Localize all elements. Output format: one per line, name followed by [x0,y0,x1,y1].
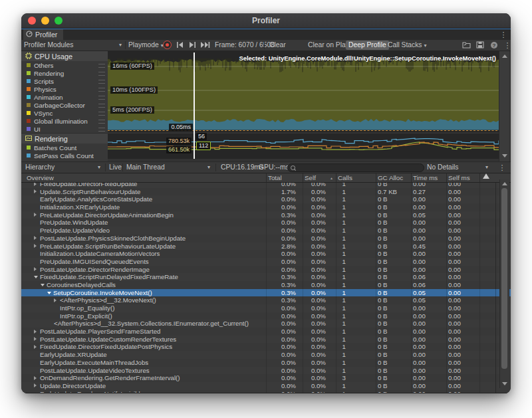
row-value: 0 B [378,351,418,359]
drag-handle-icon[interactable] [98,120,105,124]
scroll-down-icon[interactable] [502,154,507,157]
expand-arrow-icon[interactable] [34,345,37,349]
row-value: 0 B [378,211,418,219]
live-toggle[interactable]: Live [109,162,122,173]
expand-arrow-icon[interactable] [34,244,37,248]
row-value: 0.00 [448,328,480,336]
scrollbar-thumb[interactable] [501,188,507,369]
expand-arrow-icon[interactable] [54,298,57,302]
row-value: 0.3% [263,296,296,304]
row-value: 1 [319,227,346,235]
expand-arrow-icon[interactable] [34,383,37,387]
collapse-arrow-icon[interactable] [41,284,45,286]
expand-arrow-icon[interactable] [34,267,37,271]
clear-button[interactable]: Clear [267,40,288,51]
toolbar-menu-kebab-icon[interactable]: ⋮ [503,40,511,51]
row-label: <AfterPhysics>d__32.MoveNext() [60,296,156,304]
row-value: 0 B [378,367,418,375]
legend-item[interactable]: SetPass Calls Count [21,152,108,159]
table-scrollbar[interactable] [499,179,509,388]
previous-frame-button[interactable] [176,40,184,51]
row-value: 0 B [378,281,418,289]
expand-arrow-icon[interactable] [34,213,37,217]
legend-item[interactable]: Rendering [21,69,108,77]
zoom-button[interactable] [55,17,63,25]
expand-arrow-icon[interactable] [34,330,37,334]
warnings-column-icon[interactable] [483,173,489,179]
close-button[interactable] [28,17,36,25]
row-value: 0.00 [413,382,446,390]
hierarchy-menu-kebab-icon[interactable]: ⋮ [497,162,507,173]
drag-handle-icon[interactable] [98,64,105,68]
collapse-arrow-icon[interactable] [47,292,51,294]
chart-scrollbar[interactable] [499,51,509,161]
collapse-arrow-icon[interactable] [34,276,38,278]
record-button[interactable] [163,41,172,49]
drag-handle-icon[interactable] [98,104,105,108]
column-header-overview[interactable]: Overview [27,173,54,182]
row-value: 0 B [378,195,418,203]
save-profile-icon[interactable] [476,40,484,51]
call-stacks-dropdown[interactable]: Call Stacks ▾ [386,40,428,51]
legend-item[interactable]: Others [21,61,108,69]
details-dropdown[interactable]: No Details [427,162,459,173]
legend-item[interactable]: UI [21,125,108,133]
legend-item[interactable]: Scripts [21,77,108,85]
view-mode-dropdown[interactable]: Hierarchy [25,162,55,173]
legend-item[interactable]: Global Illumination [21,117,108,125]
expand-arrow-icon[interactable] [34,337,37,341]
row-value: 0.00 [448,289,480,297]
legend-swatch-icon [27,95,31,99]
rendering-module-header[interactable]: Rendering [21,133,108,144]
drag-handle-icon[interactable] [98,96,105,100]
legend-item[interactable]: VSync [21,109,108,117]
drag-handle-icon[interactable] [98,72,105,76]
clear-on-play-button[interactable]: Clear on Play [306,40,351,51]
cpu-usage-chart[interactable] [108,52,499,132]
cpu-usage-module-header[interactable]: CPU Usage [21,51,108,61]
tab-menu-kebab-icon[interactable]: ⋮ [499,29,508,40]
drag-handle-icon[interactable] [98,88,105,92]
row-value: 2.8% [263,243,296,251]
column-header-self[interactable]: Self [305,173,316,182]
playmode-dropdown[interactable]: Playmode ▾ [128,40,164,51]
column-header-total[interactable]: Total [268,173,282,182]
column-header-self-ms[interactable]: Self ms [448,173,470,182]
scroll-up-icon[interactable] [502,182,507,185]
help-icon[interactable]: ? [490,40,498,51]
row-value: 0.3% [263,211,296,219]
tab-profiler[interactable]: Profiler [23,29,63,40]
column-header-time-ms[interactable]: Time ms [413,173,438,182]
row-value: 1 [319,281,346,289]
search-field[interactable] [287,163,424,172]
column-header-calls[interactable]: Calls [338,173,352,182]
setpass-count-badge: 56 [196,133,207,140]
deep-profile-button[interactable]: Deep Profile [346,41,389,50]
drag-handle-icon[interactable] [98,112,105,116]
legend-label: Others [34,62,53,69]
scroll-up-icon[interactable] [502,54,507,58]
minimize-button[interactable] [41,17,49,25]
row-label: PostLateUpdate.PlayerSendFrameStarted [40,328,160,336]
legend-item[interactable]: GarbageCollector [21,101,108,109]
last-frame-button[interactable] [200,40,210,51]
expand-arrow-icon[interactable] [34,376,37,380]
search-input[interactable] [299,164,421,173]
expand-arrow-icon[interactable] [34,183,37,186]
profiler-modules-dropdown[interactable]: Profiler Modules [24,40,73,51]
row-value: 0.0% [263,312,296,320]
expand-arrow-icon[interactable] [34,236,37,240]
scroll-down-icon[interactable] [502,382,507,385]
legend-item[interactable]: Animation [21,93,108,101]
row-value: 1 [319,320,346,328]
selected-frame-line[interactable] [194,52,195,159]
expand-arrow-icon[interactable] [34,189,37,193]
thread-dropdown[interactable]: Main Thread [126,162,165,173]
next-frame-button[interactable] [188,40,196,51]
load-profile-icon[interactable] [462,40,471,51]
column-header-gc-alloc[interactable]: GC Alloc [378,173,403,182]
legend-item[interactable]: Physics [21,85,108,93]
drag-handle-icon[interactable] [98,80,105,84]
legend-item[interactable]: Batches Count [21,144,108,152]
drag-handle-icon[interactable] [98,128,105,132]
